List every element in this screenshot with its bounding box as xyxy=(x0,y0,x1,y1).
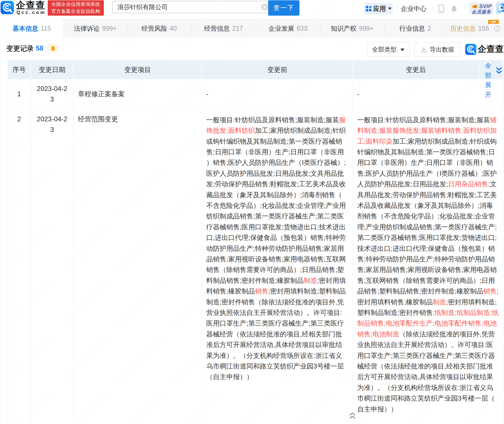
svip-crown-icon xyxy=(471,3,479,9)
mobile-app-icon[interactable] xyxy=(438,4,444,13)
nav-tab-label: 企业发展 xyxy=(268,24,294,33)
section-title: 变更记录 xyxy=(6,44,34,53)
brand-logo-text: 企查查 xyxy=(478,44,504,55)
qcc-logo-icon[interactable] xyxy=(1,1,14,14)
row2-before-text: 一般项目:针纺织品及原料销售;服装制造;服装服饰批发;面料纺织加工;家用纺织制成… xyxy=(206,115,348,382)
row1-after: - xyxy=(357,89,359,99)
header-cell-gap xyxy=(479,60,479,79)
table-header-2: 变更日期 xyxy=(31,60,73,79)
qcc-logo-mark xyxy=(1,1,14,14)
enterprise-center-link[interactable]: 企业中心 xyxy=(401,0,426,17)
row2-item: 经营范围变更 xyxy=(78,114,118,124)
nav-tab-label: 行业信息 xyxy=(399,24,425,33)
vip-badge-label: VIP xyxy=(491,20,496,24)
nav-tab-label: 法律诉讼 xyxy=(74,24,100,33)
notification-bell-icon[interactable] xyxy=(450,4,458,13)
filter-type-label: 全部类型 xyxy=(372,45,397,54)
qcc-logo-domain: Qcc.com xyxy=(16,10,46,15)
vip-badge: VIP xyxy=(488,20,499,25)
search-input[interactable]: 浪莎针织有限公司 xyxy=(117,1,168,13)
table-header-3: 变更项目 xyxy=(73,60,202,79)
download-icon xyxy=(421,47,427,53)
apps-label: 应用 xyxy=(373,3,386,14)
svip-label: SVIP xyxy=(479,3,492,9)
nav-tab-3[interactable]: 经营风险40 xyxy=(127,20,191,37)
header-divider xyxy=(433,3,433,11)
qcc-logo-title[interactable]: 企查查 xyxy=(16,0,45,10)
nav-tabs: 基本信息115法律诉讼999+经营风险40经营信息217企业发展633知识产权9… xyxy=(0,19,504,37)
header-divider xyxy=(465,3,465,11)
col-divider-1 xyxy=(31,79,31,424)
col-divider-3 xyxy=(202,79,202,424)
header-divider xyxy=(397,3,397,11)
nav-tab-1[interactable]: 基本信息115 xyxy=(0,20,64,37)
nav-tab-count: 217 xyxy=(232,25,243,32)
nav-tab-count: 999+ xyxy=(102,25,117,32)
table-header: 序号变更日期变更项目变更前变更后 xyxy=(8,60,503,79)
row-divider xyxy=(8,109,503,109)
badge-line2: 官方备案企业征信机构 xyxy=(48,8,104,15)
nav-tab-label: 知识产权 xyxy=(331,24,357,33)
nav-tab-label: 基本信息 xyxy=(13,24,38,33)
nav-tab-count: 40 xyxy=(170,25,177,32)
subscribe-bell-icon xyxy=(50,45,56,52)
nav-tab-count: 155 xyxy=(478,25,489,32)
brand-logo-icon xyxy=(465,44,476,55)
row2-date: 2023-04-23 xyxy=(35,114,69,135)
row1-item: 章程修正案备案 xyxy=(78,89,125,99)
nav-tab-7[interactable]: 行业信息2 xyxy=(384,20,446,37)
collapse-row-icon[interactable] xyxy=(349,412,356,420)
info-icon[interactable] xyxy=(494,25,500,32)
section-count: 58 xyxy=(36,44,43,52)
nav-tab-6[interactable]: 知识产权999+ xyxy=(320,20,384,37)
svip-member-service[interactable]: SVIP 会员服务 xyxy=(469,3,493,15)
export-data-button[interactable]: 导出数据 xyxy=(414,42,460,57)
expand-all-chevrons-icon[interactable] xyxy=(496,67,502,74)
mascot-avatar[interactable] xyxy=(496,2,504,15)
header-cell-gap xyxy=(201,60,202,79)
brand-logo-mark xyxy=(465,44,476,55)
row2-no: 2 xyxy=(8,114,31,124)
header-cell-gap xyxy=(352,60,353,79)
nav-tab-count: 115 xyxy=(41,25,51,32)
header-cell-gap xyxy=(73,60,74,79)
apps-menu[interactable]: 应用 xyxy=(364,3,393,14)
nav-tab-count: 633 xyxy=(297,25,307,32)
apps-grid-icon xyxy=(366,6,371,11)
nav-tab-4[interactable]: 经营信息217 xyxy=(191,20,256,37)
row1-no: 1 xyxy=(8,89,31,99)
nav-tab-2[interactable]: 法律诉讼999+ xyxy=(64,20,127,37)
table-body: 1 2023-04-23 章程修正案备案 - - 2 2023-04-23 经营… xyxy=(8,79,503,424)
expand-all-control[interactable]: 全部展开 xyxy=(485,61,492,100)
filter-type-button[interactable]: 全部类型 xyxy=(367,42,409,57)
search-button[interactable]: 查一下 xyxy=(268,0,299,16)
section-header: 变更记录 58 xyxy=(6,44,59,53)
row1-date: 2023-04-23 xyxy=(35,83,69,105)
subscribe-bell-chip[interactable] xyxy=(47,44,59,53)
nav-tab-label: 历史信息 xyxy=(450,24,476,33)
table-border-right xyxy=(503,79,503,424)
certification-badge: 全国企业信用查询系统 官方备案企业征信机构 xyxy=(48,0,104,16)
col-divider-4 xyxy=(353,79,353,408)
filter-caret-icon xyxy=(400,49,404,51)
apps-caret-icon xyxy=(388,8,392,10)
nav-tab-label: 经营信息 xyxy=(204,24,230,33)
nav-tab-count: 2 xyxy=(428,25,431,32)
table-border-left xyxy=(8,79,8,424)
table-header-4: 变更前 xyxy=(202,60,353,79)
table-header-1: 序号 xyxy=(8,60,31,79)
clear-search-icon[interactable] xyxy=(261,4,268,11)
export-label: 导出数据 xyxy=(430,45,454,54)
header-cell-gap xyxy=(30,60,31,79)
col-divider-2 xyxy=(73,79,74,424)
nav-tab-5[interactable]: 企业发展633 xyxy=(256,20,320,37)
page-left-edge xyxy=(1,19,1,424)
top-header: 企查查 Qcc.com 全国企业信用查询系统 官方备案企业征信机构 浪莎针织有限… xyxy=(0,0,504,17)
nav-tab-label: 经营风险 xyxy=(141,24,167,33)
row2-after-text: 一般项目:针纺织品及原料销售;服装制造;服装辅料制造;服装服饰批发;服装辅料销售… xyxy=(357,115,499,415)
nav-tab-count: 999+ xyxy=(359,25,374,32)
search-box: 浪莎针织有限公司 xyxy=(112,1,268,13)
vip-ribbon-icon: VIP xyxy=(488,20,499,25)
svip-sub-label: 会员服务 xyxy=(472,9,491,15)
table-header-5: 变更后 xyxy=(353,60,479,79)
